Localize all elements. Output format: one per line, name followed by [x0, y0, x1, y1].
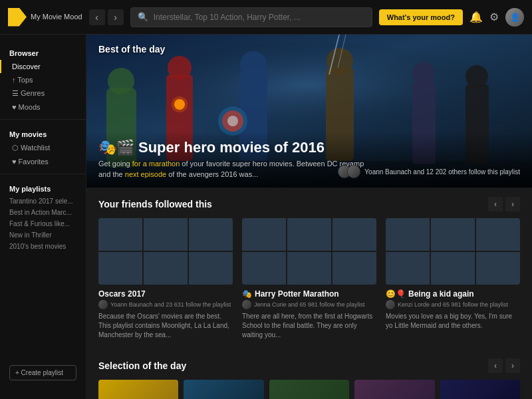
- hp-thumb-2: [287, 218, 331, 251]
- selection-section: Selection of the day ‹ ›: [86, 349, 532, 399]
- friends-nav: ‹ ›: [488, 197, 520, 211]
- sidebar-item-tops[interactable]: ↑ Tops: [0, 73, 86, 86]
- gear-icon[interactable]: ⚙: [489, 11, 499, 23]
- sidebar-item-favorites[interactable]: ♥ Favorites: [0, 155, 86, 168]
- kid-thumb-3: [476, 218, 520, 251]
- main-layout: Browser Discover ↑ Tops ☰ Genres ♥ Moods…: [0, 35, 532, 399]
- svg-point-18: [466, 65, 488, 88]
- selection-nav-prev[interactable]: ‹: [488, 358, 503, 373]
- favorites-label: ♥ Favorites: [12, 158, 49, 166]
- playlist-card-kid[interactable]: 😊🎈 Being a kid again Kenzi Lorde and 65 …: [386, 218, 520, 340]
- follower-text: Yoann Baunach and 12 202 others follow t…: [364, 168, 520, 176]
- svg-point-21: [172, 96, 188, 112]
- oscars-title: Oscars 2017: [98, 289, 233, 299]
- sidebar-item-discover[interactable]: Discover: [0, 60, 86, 73]
- kid-thumb-1: [386, 218, 430, 251]
- hp-thumb-6: [332, 252, 376, 285]
- topbar-icons: 🔔 ⚙ 👤: [469, 8, 524, 27]
- oscars-thumb-6: [189, 252, 233, 285]
- movie-thumb-2[interactable]: [184, 380, 263, 399]
- search-bar: 🔍: [130, 7, 372, 27]
- sidebar-divider-2: [0, 174, 86, 174]
- selection-section-title: Selection of the day: [98, 360, 186, 371]
- oscars-followers: Yoann Baunach and 23 631 follow the play…: [98, 300, 233, 309]
- my-movies-section-title: My movies: [0, 125, 86, 141]
- playlist-item-1[interactable]: Tarantino 2017 sele...: [0, 196, 86, 207]
- nav-arrows: ‹ ›: [89, 9, 124, 25]
- friends-section: Your friends followed this ‹ ›: [86, 188, 532, 340]
- moods-label: ♥ Moods: [12, 103, 41, 111]
- search-icon: 🔍: [138, 12, 148, 22]
- genres-label: ☰ Genres: [12, 89, 45, 98]
- logo-area: My Movie Mood: [8, 8, 82, 27]
- svg-point-4: [108, 68, 134, 94]
- hero-content: 🎭🎬 Super hero movies of 2016 Get going f…: [86, 131, 532, 188]
- playlist-card-oscars[interactable]: Oscars 2017 Yoann Baunach and 23 631 fol…: [98, 218, 233, 340]
- hp-thumb-4: [242, 252, 286, 285]
- bell-icon[interactable]: 🔔: [469, 11, 483, 23]
- kid-thumb-5: [431, 252, 475, 285]
- kid-thumb-2: [431, 218, 475, 251]
- kid-title: 😊🎈 Being a kid again: [386, 289, 520, 299]
- follower-avatar-2: [347, 165, 360, 178]
- hp-images: [242, 218, 376, 285]
- oscars-description: Because the Oscars' movies are the best.…: [98, 312, 233, 340]
- watchlist-label: ⬡ Watchlist: [12, 144, 50, 152]
- hp-description: There are all here, from the first at Ho…: [242, 312, 376, 340]
- svg-point-6: [168, 56, 192, 80]
- movie-thumb-3[interactable]: [269, 380, 349, 399]
- hero-section: Best of the day 🎭🎬 Super hero movies of …: [86, 35, 532, 188]
- svg-point-9: [240, 51, 267, 78]
- hero-section-label: Best of the day: [98, 44, 165, 55]
- selection-nav-next[interactable]: ›: [505, 358, 520, 373]
- movie-thumb-1[interactable]: [98, 380, 178, 399]
- sidebar-item-watchlist[interactable]: ⬡ Watchlist: [0, 141, 86, 155]
- content-area: Best of the day 🎭🎬 Super hero movies of …: [86, 35, 532, 399]
- movie-thumb-5[interactable]: [440, 380, 520, 399]
- discover-label: Discover: [12, 63, 41, 70]
- hero-description: Get going for a marathon of your favorit…: [98, 159, 378, 180]
- oscars-thumb-5: [144, 252, 188, 285]
- back-button[interactable]: ‹: [89, 9, 105, 25]
- friends-nav-next[interactable]: ›: [505, 197, 520, 211]
- oscars-images: [98, 218, 233, 285]
- follower-avatars: [338, 165, 360, 178]
- movie-thumb-4[interactable]: [354, 380, 434, 399]
- friends-nav-prev[interactable]: ‹: [488, 197, 503, 211]
- playlist-item-5[interactable]: 2010's best movies: [0, 241, 86, 252]
- kid-follower-avatar: [386, 300, 395, 309]
- kid-description: Movies you love as a big boy. Yes, I'm s…: [386, 312, 520, 331]
- sidebar: Browser Discover ↑ Tops ☰ Genres ♥ Moods…: [0, 35, 86, 399]
- playlist-grid: Oscars 2017 Yoann Baunach and 23 631 fol…: [98, 218, 520, 340]
- sidebar-divider-1: [0, 119, 86, 120]
- create-playlist-button[interactable]: + Create playlist: [9, 365, 76, 380]
- friends-section-header: Your friends followed this ‹ ›: [98, 197, 520, 211]
- kid-images: [386, 218, 520, 285]
- hero-followers: Yoann Baunach and 12 202 others follow t…: [338, 165, 520, 178]
- oscars-thumb-4: [98, 252, 142, 285]
- hero-title-text: Super hero movies of 2016: [138, 139, 325, 156]
- hp-thumb-3: [332, 218, 376, 251]
- avatar[interactable]: 👤: [505, 8, 524, 27]
- selection-nav: ‹ ›: [488, 358, 520, 373]
- kid-thumb-4: [386, 252, 430, 285]
- kid-followers: Kenzi Lorde and 65 981 follow the playli…: [386, 300, 520, 309]
- hp-follower-avatar: [242, 300, 251, 309]
- search-input[interactable]: [154, 13, 365, 22]
- oscars-thumb-1: [98, 218, 142, 251]
- selection-row: [98, 380, 520, 399]
- sidebar-item-genres[interactable]: ☰ Genres: [0, 86, 86, 100]
- sidebar-item-moods[interactable]: ♥ Moods: [0, 100, 86, 114]
- mood-button[interactable]: What's your mood?: [379, 9, 463, 25]
- hp-thumb-1: [242, 218, 286, 251]
- playlist-item-4[interactable]: New in Thriller: [0, 229, 86, 241]
- hp-followers: Jenna Curie and 65 981 follow the playli…: [242, 300, 376, 309]
- forward-button[interactable]: ›: [108, 9, 124, 25]
- kid-thumb-6: [476, 252, 520, 285]
- svg-point-12: [227, 116, 238, 126]
- playlist-item-3[interactable]: Fast & Furious like...: [0, 218, 86, 229]
- playlist-item-2[interactable]: Best in Action Marc...: [0, 207, 86, 218]
- playlist-card-harry-potter[interactable]: 🎭 Harry Potter Marathon Jenna Curie and …: [242, 218, 376, 340]
- hero-playlist-title: 🎭🎬 Super hero movies of 2016: [98, 139, 520, 156]
- oscars-thumb-2: [144, 218, 188, 251]
